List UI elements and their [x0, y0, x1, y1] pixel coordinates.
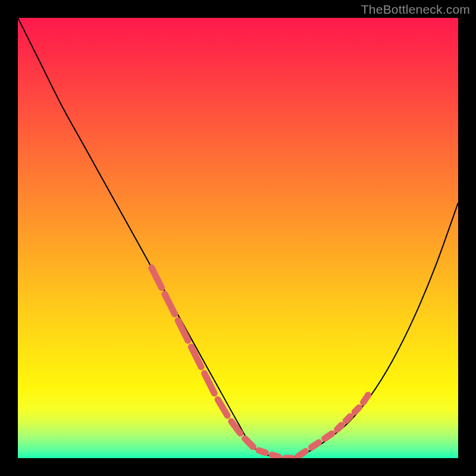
threshold-marker: [355, 408, 359, 412]
threshold-marker: [245, 439, 253, 447]
threshold-marker: [337, 425, 342, 430]
threshold-marker: [231, 421, 240, 433]
chart-frame: TheBottleneck.com: [0, 0, 476, 476]
threshold-marker: [152, 268, 162, 288]
threshold-marker: [346, 416, 350, 421]
threshold-marker: [364, 395, 368, 402]
watermark-text: TheBottleneck.com: [361, 2, 470, 17]
threshold-marker: [298, 452, 305, 456]
curve-layer: [18, 18, 458, 458]
threshold-marker: [191, 347, 201, 367]
threshold-marker: [325, 434, 332, 439]
threshold-markers-group: [152, 268, 368, 458]
threshold-marker: [272, 455, 278, 458]
bottleneck-curve-line: [18, 18, 458, 458]
threshold-marker: [205, 373, 215, 393]
threshold-marker: [178, 321, 188, 341]
plot-area: [18, 18, 458, 458]
threshold-marker: [311, 443, 318, 447]
threshold-marker: [259, 450, 265, 453]
threshold-marker: [165, 294, 175, 314]
